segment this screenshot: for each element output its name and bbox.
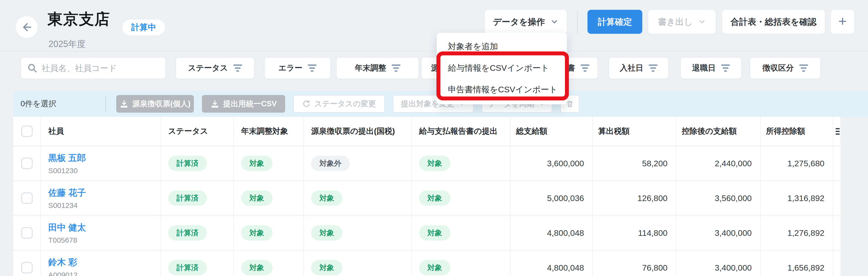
filter-hire-date[interactable]: 入社日 [609, 57, 669, 79]
employee-code: S001234 [48, 201, 78, 210]
filter-leave-date[interactable]: 退職日 [680, 57, 742, 79]
col-header-after-deduction: 控除後の支給額 [676, 117, 761, 146]
chevron-down-icon [550, 18, 559, 26]
target-badge: 対象 [241, 225, 273, 241]
download-gensen-individual-label: 源泉徴収票(個人) [132, 99, 191, 109]
data-operations-menu-button[interactable]: データを操作 [485, 10, 567, 34]
target-badge: 対象 [311, 190, 342, 206]
filter-icon [308, 64, 316, 72]
filter-error[interactable]: エラー [264, 57, 331, 79]
search-input[interactable] [41, 63, 159, 73]
nencho-target-cell: 対象 [234, 216, 304, 250]
truncated-column-header [833, 117, 840, 146]
truncated-cell [833, 250, 841, 276]
menu-item-add-target[interactable]: 対象者を追加 [437, 36, 567, 57]
confirm-calculation-button[interactable]: 計算確定 [587, 10, 642, 34]
employee-name-link[interactable]: 鈴木 彩 [48, 256, 77, 268]
target-badge: 対象 [241, 260, 273, 275]
col-header-calc-tax: 算出税額 [593, 117, 676, 146]
employee-name-link[interactable]: 田中 健太 [48, 222, 86, 234]
col-header-kyuyo-submit: 給与支払報告書の提出 [412, 117, 510, 146]
truncated-cell [833, 181, 841, 216]
total-pay-cell: 5,000,036 [510, 181, 593, 216]
summary-tables-label: 合計表・総括表を確認 [731, 16, 816, 28]
truncated-cell [833, 146, 841, 181]
filter-hire-date-label: 入社日 [620, 63, 643, 73]
chevron-down-icon [698, 18, 706, 26]
status-badge: 計算済 [168, 156, 207, 171]
employee-name-link[interactable]: 佐藤 花子 [48, 187, 86, 199]
download-icon [211, 99, 219, 108]
gensen-submit-cell: 対象 [304, 250, 412, 276]
menu-item-import-salary-csv[interactable]: 給与情報をCSVインポート [437, 57, 567, 79]
select-all-checkbox[interactable] [21, 126, 33, 137]
filter-collection-type-label: 徴収区分 [763, 63, 794, 73]
kyuyo-submit-cell: 対象 [412, 250, 510, 276]
employee-code: S001230 [48, 166, 78, 175]
filter-icon [721, 64, 730, 72]
export-button[interactable]: 書き出し [648, 10, 716, 34]
income-deduction-cell: 1,656,892 [761, 250, 833, 276]
back-button[interactable] [16, 16, 38, 38]
nencho-target-cell: 対象 [234, 181, 304, 216]
row-select-cell [13, 250, 41, 276]
filter-icon [649, 64, 657, 72]
income-deduction-cell: 1,276,892 [761, 216, 833, 250]
kyuyo-submit-cell: 対象 [412, 216, 510, 250]
employee-cell: 鈴木 彩 A009012 [41, 250, 161, 276]
target-badge: 対象 [241, 190, 273, 206]
select-all-cell [13, 117, 41, 146]
status-cell: 計算済 [161, 250, 234, 276]
row-checkbox[interactable] [21, 262, 33, 273]
after-deduction-cell: 3,560,000 [676, 181, 761, 216]
calc-tax-cell: 126,800 [593, 181, 676, 216]
download-gensen-individual-button[interactable]: 源泉徴収票(個人) [116, 95, 194, 113]
row-select-cell [13, 216, 41, 250]
income-deduction-cell: 1,275,680 [761, 146, 833, 181]
row-checkbox[interactable] [21, 192, 33, 204]
row-checkbox[interactable] [21, 227, 33, 239]
employee-cell: 田中 健太 T005678 [41, 216, 161, 250]
target-badge: 対象 [311, 260, 342, 275]
toolbar-divider [105, 96, 106, 112]
after-deduction-cell: 3,400,000 [676, 250, 761, 276]
summary-tables-button[interactable]: 合計表・総括表を確認 [722, 10, 825, 34]
target-badge: 対象 [419, 190, 451, 206]
nencho-target-cell: 対象 [234, 146, 304, 181]
employee-name-link[interactable]: 黒板 五郎 [48, 152, 86, 164]
download-icon [120, 99, 128, 108]
fiscal-year-subtitle: 2025年度 [49, 38, 86, 50]
year-end-adjustment-page: 東京支店 計算中 2025年度 データを操作 計算確定 書き出し 合計表・総括表… [0, 0, 868, 276]
col-header-total-pay: 総支給額 [510, 117, 593, 146]
change-status-button[interactable]: ステータスの変更 [293, 95, 385, 113]
after-deduction-cell: 2,440,000 [676, 146, 761, 181]
employee-cell: 黒板 五郎 S001230 [41, 146, 161, 181]
plus-icon: + [838, 14, 847, 28]
add-button[interactable]: + [831, 10, 854, 34]
row-checkbox[interactable] [21, 158, 33, 169]
employee-table: 社員 ステータス 年末調整対象 源泉徴収票の提出(国税) 給与支払報告書の提出 … [13, 117, 840, 276]
download-unified-csv-label: 提出用統一CSV [223, 99, 277, 109]
status-cell: 計算済 [161, 146, 234, 181]
filter-status[interactable]: ステータス [176, 57, 255, 79]
page-title: 東京支店 [48, 9, 110, 29]
status-badge: 計算済 [168, 190, 207, 206]
filter-nencho[interactable]: 年末調整 [336, 57, 419, 79]
trash-icon [566, 100, 574, 108]
after-deduction-cell: 3,400,000 [676, 216, 761, 250]
filter-nencho-label: 年末調整 [355, 63, 386, 73]
income-deduction-cell: 1,316,892 [761, 181, 833, 216]
truncated-cell [833, 216, 841, 250]
clipped-header-fragment [835, 128, 840, 135]
filter-icon [233, 64, 242, 72]
menu-item-import-declaration-csv[interactable]: 申告書情報をCSVインポート [437, 79, 567, 100]
change-status-label: ステータスの変更 [314, 99, 376, 109]
target-badge: 対象 [419, 156, 451, 171]
col-header-nencho-target: 年末調整対象 [234, 117, 304, 146]
download-unified-csv-button[interactable]: 提出用統一CSV [202, 95, 285, 113]
employee-code: T005678 [48, 236, 77, 244]
employee-search-box[interactable] [21, 57, 166, 79]
filter-collection-type[interactable]: 徴収区分 [749, 57, 821, 79]
target-badge: 対象 [419, 225, 451, 241]
gensen-submit-cell: 対象外 [304, 146, 412, 181]
